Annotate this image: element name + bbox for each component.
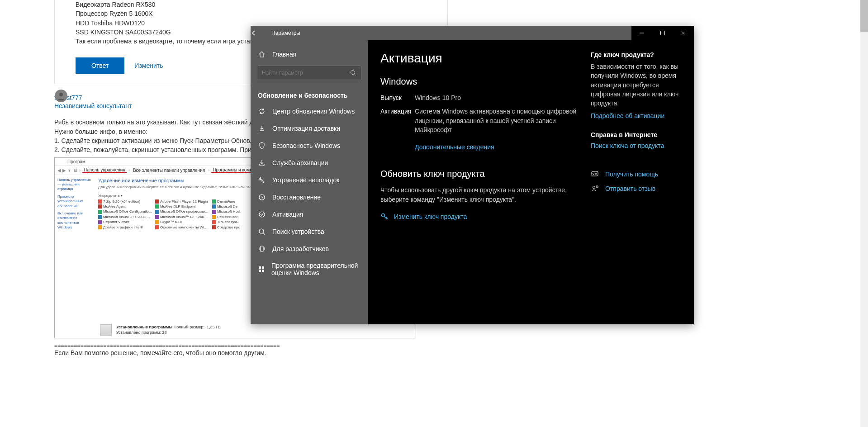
svg-rect-1 — [661, 31, 665, 35]
svg-line-20 — [387, 218, 388, 219]
activation-icon — [258, 210, 266, 218]
feedback-icon — [591, 185, 599, 193]
sidebar-item-insider[interactable]: Программа предварительной оценки Windows — [251, 257, 368, 281]
settings-window: Параметры Главная Обновление и безопасно… — [251, 26, 694, 324]
svg-line-5 — [355, 74, 356, 76]
sidebar-item-sync[interactable]: Центр обновления Windows — [251, 103, 368, 120]
page-scrollbar[interactable] — [860, 0, 868, 427]
section-header: Обновление и безопасность — [251, 86, 368, 103]
activation-info-link[interactable]: Подробнее об активации — [591, 112, 664, 119]
back-button[interactable] — [251, 30, 269, 36]
sidebar-item-label: Служба архивации — [272, 159, 328, 166]
sidebar-item-label: Безопасность Windows — [272, 142, 340, 149]
svg-point-8 — [259, 229, 264, 233]
sidebar-item-home[interactable]: Главная — [251, 46, 368, 63]
home-icon — [258, 50, 266, 58]
avatar[interactable] — [55, 90, 67, 102]
svg-rect-16 — [262, 270, 264, 272]
embed-sidebar: Панель управления — домашняя страница Пр… — [55, 175, 95, 323]
post-line: Видеокарта Radeon RX580 — [76, 0, 437, 9]
sidebar-item-troubleshoot[interactable]: Устранение неполадок — [251, 171, 368, 189]
separator: ========================================… — [54, 343, 448, 349]
svg-rect-15 — [259, 270, 261, 272]
side-heading: Где ключ продукта? — [591, 51, 681, 58]
svg-point-23 — [593, 186, 595, 189]
close-button[interactable] — [673, 26, 694, 40]
reply-footer-note: Если Вам помогло решение, помечайте его,… — [54, 349, 448, 356]
minimize-button[interactable] — [631, 26, 652, 40]
backup-icon — [258, 159, 266, 167]
sidebar-item-label: Восстановление — [272, 194, 321, 201]
content-sidebar: Где ключ продукта? В зависимости от того… — [591, 51, 681, 313]
sidebar-item-shield[interactable]: Безопасность Windows — [251, 137, 368, 154]
sidebar-item-recovery[interactable]: Восстановление — [251, 189, 368, 206]
insider-icon — [258, 265, 265, 273]
more-info-link[interactable]: Дополнительные сведения — [415, 143, 494, 151]
edit-link[interactable]: Изменить — [134, 62, 163, 69]
delivery-icon — [258, 124, 266, 133]
titlebar: Параметры — [251, 26, 694, 40]
shield-icon — [258, 142, 266, 150]
activation-value: Система Windows активирована с помощью ц… — [415, 107, 577, 134]
sidebar-item-activation[interactable]: Активация — [251, 206, 368, 223]
sidebar-item-label: Программа предварительной оценки Windows — [271, 262, 360, 276]
help-icon — [591, 170, 599, 178]
window-title: Параметры — [269, 30, 631, 36]
sidebar-item-label: Поиск устройства — [272, 228, 324, 235]
sidebar-item-label: Устранение неполадок — [272, 176, 339, 184]
sidebar-item-label: Оптимизация доставки — [272, 125, 340, 132]
page-title: Активация — [380, 51, 577, 66]
sidebar-item-label: Главная — [272, 51, 296, 58]
post-line: Процессор Ryzen 5 1600X — [76, 9, 437, 18]
sidebar-item-label: Активация — [272, 211, 303, 218]
sync-icon — [258, 107, 266, 115]
content-main: Активация Windows Выпуск Windows 10 Pro … — [380, 51, 577, 313]
sidebar-item-backup[interactable]: Служба архивации — [251, 154, 368, 171]
maximize-button[interactable] — [652, 26, 673, 40]
sidebar-item-find[interactable]: Поиск устройства — [251, 223, 368, 240]
search-input[interactable] — [257, 66, 361, 80]
search-icon — [350, 70, 356, 76]
side-text: В зависимости от того, как вы получили W… — [591, 62, 681, 108]
sidebar-item-label: Центр обновления Windows — [272, 108, 355, 115]
side-heading: Справка в Интернете — [591, 131, 681, 138]
svg-rect-10 — [261, 246, 263, 251]
reply-button[interactable]: Ответ — [76, 57, 124, 74]
svg-rect-14 — [262, 266, 264, 269]
dev-icon — [258, 245, 266, 253]
svg-line-9 — [263, 233, 265, 235]
svg-point-4 — [351, 71, 355, 75]
key-icon — [380, 213, 389, 221]
settings-sidebar: Главная Обновление и безопасность Центр … — [251, 40, 368, 324]
sidebar-item-delivery[interactable]: Оптимизация доставки — [251, 120, 368, 137]
svg-point-17 — [382, 214, 385, 217]
sidebar-item-dev[interactable]: Для разработчиков — [251, 240, 368, 257]
change-key-link[interactable]: Изменить ключ продукта — [380, 213, 577, 221]
recovery-icon — [258, 193, 266, 201]
get-help-link[interactable]: Получить помощь — [591, 170, 681, 178]
feedback-link[interactable]: Отправить отзыв — [591, 185, 681, 193]
find-icon — [258, 228, 266, 236]
svg-line-19 — [386, 217, 387, 218]
edition-label: Выпуск — [380, 93, 415, 102]
sidebar-item-label: Для разработчиков — [272, 245, 329, 252]
troubleshoot-icon — [258, 176, 266, 184]
update-key-description: Чтобы использовать другой ключ продукта … — [380, 185, 577, 204]
section-heading: Обновить ключ продукта — [380, 169, 577, 179]
embed-footer: Установленные программы Полный размер: 1… — [100, 324, 221, 336]
svg-point-22 — [593, 173, 594, 175]
svg-point-7 — [259, 212, 265, 217]
activation-label: Активация — [380, 107, 415, 134]
edition-value: Windows 10 Pro — [415, 93, 461, 102]
section-heading: Windows — [380, 76, 577, 87]
svg-rect-13 — [259, 266, 261, 269]
find-key-link[interactable]: Поиск ключа от продукта — [591, 142, 664, 149]
